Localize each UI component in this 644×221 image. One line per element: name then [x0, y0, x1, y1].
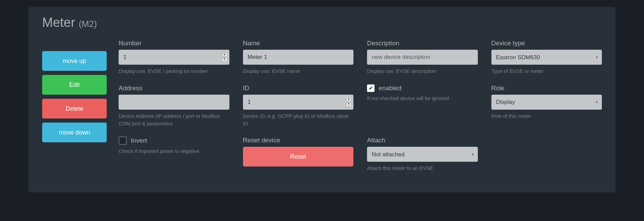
id-input[interactable] [243, 95, 354, 110]
move-down-button[interactable]: move down [42, 123, 107, 142]
field-role: Role Display Role of this meter [491, 84, 602, 127]
address-label: Address [119, 84, 229, 92]
title-main: Meter [42, 15, 75, 30]
description-input[interactable] [367, 50, 478, 65]
description-label: Description [367, 40, 478, 47]
field-reset: Reset device Reset [243, 137, 354, 172]
field-address: Address Device Address (IP address / por… [119, 84, 229, 127]
description-help: Display use: EVSE description [367, 67, 478, 75]
device-type-label: Device type [491, 40, 602, 47]
name-input[interactable] [243, 50, 354, 65]
number-spinners: ▲ ▼ [222, 52, 227, 63]
move-up-button[interactable]: move up [42, 51, 107, 71]
id-spinners: ▲ ▼ [346, 97, 351, 108]
field-empty [491, 137, 602, 172]
attach-select[interactable]: Not attached [367, 147, 478, 162]
number-step-up[interactable]: ▲ [222, 53, 227, 57]
id-label: ID [243, 84, 354, 92]
field-id: ID ▲ ▼ Device ID, e.g. OCPP plug ID or M… [243, 84, 354, 127]
device-type-help: Type of EVSE or meter [491, 67, 602, 75]
field-description: Description Display use: EVSE descriptio… [367, 40, 478, 75]
enabled-checkbox[interactable]: ✔ [367, 84, 375, 92]
attach-help: Attach this meter to an EVSE [367, 164, 478, 172]
enabled-label: enabled [379, 84, 402, 92]
panel-title: Meter (M2) [42, 15, 602, 30]
field-name: Name Display use: EVSE name [243, 40, 354, 75]
title-sub: (M2) [79, 19, 97, 29]
role-label: Role [491, 84, 602, 92]
role-select[interactable]: Display [491, 95, 602, 110]
id-help: Device ID, e.g. OCPP plug ID or Modbus s… [243, 112, 354, 127]
invert-label: Invert [131, 137, 147, 144]
meter-panel: Meter (M2) move up Edit Delete move down… [29, 7, 615, 192]
check-icon: ✔ [369, 85, 373, 91]
address-help: Device Address (IP address / port or Mod… [119, 112, 229, 127]
field-attach: Attach Not attached Attach this meter to… [367, 137, 478, 172]
field-device-type: Device type Eastron SDM630 Type of EVSE … [491, 40, 602, 75]
enabled-help: If not checked device will be ignored [367, 95, 478, 102]
invert-help: Check if imported power is negative [119, 147, 229, 155]
number-input[interactable] [119, 50, 229, 65]
device-type-select[interactable]: Eastron SDM630 [491, 50, 602, 65]
id-step-up[interactable]: ▲ [346, 98, 351, 102]
id-step-down[interactable]: ▼ [346, 102, 351, 107]
field-invert: Invert Check if imported power is negati… [119, 137, 229, 172]
field-enabled: ✔ enabled If not checked device will be … [367, 84, 478, 127]
reset-button[interactable]: Reset [243, 147, 354, 167]
number-step-down[interactable]: ▼ [222, 58, 227, 62]
name-label: Name [243, 40, 354, 47]
field-number: Number ▲ ▼ Display use: EVSE / parking l… [119, 40, 229, 75]
edit-button[interactable]: Edit [42, 75, 107, 95]
role-help: Role of this meter [491, 112, 602, 120]
delete-button[interactable]: Delete [42, 99, 107, 119]
reset-label: Reset device [243, 137, 354, 144]
address-input[interactable] [119, 95, 229, 110]
number-label: Number [119, 40, 229, 47]
invert-checkbox[interactable] [119, 137, 127, 145]
side-buttons: move up Edit Delete move down [42, 51, 107, 172]
fields-grid: Number ▲ ▼ Display use: EVSE / parking l… [119, 40, 602, 172]
name-help: Display use: EVSE name [243, 67, 354, 75]
number-help: Display use: EVSE / parking lot number [119, 67, 229, 75]
attach-label: Attach [367, 137, 478, 144]
